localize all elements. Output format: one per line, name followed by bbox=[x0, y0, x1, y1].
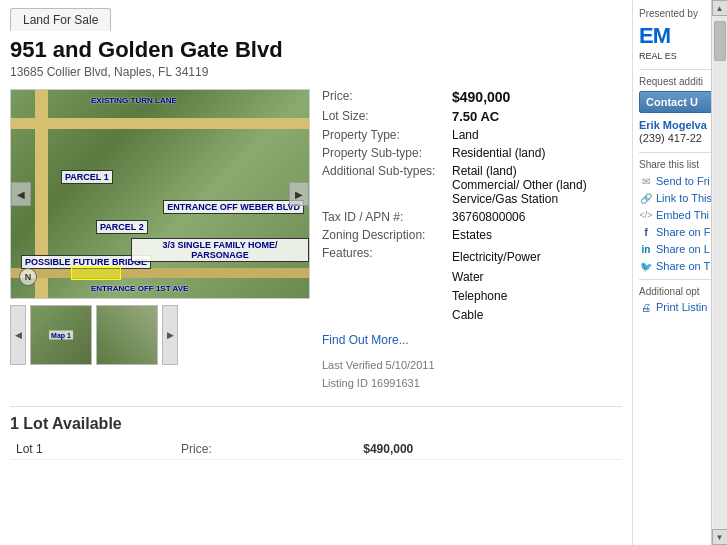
link-icon: 🔗 bbox=[639, 191, 653, 205]
lots-title: 1 Lot Available bbox=[10, 415, 622, 433]
facebook-icon: f bbox=[639, 225, 653, 239]
additional-subtype-row: Additional Sub-types: Retail (land) Comm… bbox=[322, 164, 622, 206]
agent-name: Erik Mogelva bbox=[639, 119, 721, 131]
scrollbar-track bbox=[713, 16, 727, 529]
linkedin-icon: in bbox=[639, 242, 653, 256]
print-label: Print Listin bbox=[656, 301, 707, 313]
share-link-label: Link to This bbox=[656, 192, 712, 204]
lot-size-label: Lot Size: bbox=[322, 109, 452, 123]
lots-table: Lot 1 Price: $490,000 bbox=[10, 439, 622, 460]
tax-id-label: Tax ID / APN #: bbox=[322, 210, 452, 224]
thumbnail-1[interactable]: Map 1 bbox=[30, 305, 92, 365]
features-values: Electricity/Power Water Telephone Cable bbox=[452, 248, 622, 325]
map-label-entrance-weber: ENTRANCE OFF WEBER BLVD bbox=[163, 200, 304, 214]
photo-prev-btn[interactable]: ◀ bbox=[11, 182, 31, 206]
share-twitter[interactable]: 🐦 Share on T bbox=[639, 259, 721, 273]
feature-telephone: Telephone bbox=[452, 287, 622, 306]
features-label: Features: bbox=[322, 246, 452, 260]
scroll-down-btn[interactable]: ▼ bbox=[712, 529, 728, 545]
property-subtype-row: Property Sub-type: Residential (land) bbox=[322, 146, 622, 160]
map-label-parcel2: PARCEL 2 bbox=[96, 220, 148, 234]
share-linkedin-label: Share on L bbox=[656, 243, 710, 255]
listing-id: Listing ID 16991631 bbox=[322, 375, 622, 393]
tab-land-for-sale[interactable]: Land For Sale bbox=[10, 8, 111, 31]
thumbnail-2[interactable] bbox=[96, 305, 158, 365]
tax-id-row: Tax ID / APN #: 36760800006 bbox=[322, 210, 622, 224]
divider-3 bbox=[639, 279, 721, 280]
price-label: Price: bbox=[322, 89, 452, 103]
lot-price-value: $490,000 bbox=[357, 439, 622, 460]
print-listing[interactable]: 🖨 Print Listin bbox=[639, 300, 721, 314]
feature-cable: Cable bbox=[452, 306, 622, 325]
share-facebook-label: Share on F bbox=[656, 226, 710, 238]
lot-name: Lot 1 bbox=[10, 439, 175, 460]
share-embed[interactable]: </> Embed Thi bbox=[639, 208, 721, 222]
property-type-value: Land bbox=[452, 128, 622, 142]
feature-electricity: Electricity/Power bbox=[452, 248, 622, 267]
share-title: Share this list bbox=[639, 159, 721, 170]
zoning-label: Zoning Description: bbox=[322, 228, 452, 242]
tab-bar: Land For Sale bbox=[10, 0, 622, 31]
divider-1 bbox=[639, 69, 721, 70]
contact-button[interactable]: Contact U bbox=[639, 91, 721, 113]
subtype-retail: Retail (land) bbox=[452, 164, 622, 178]
listing-body: EXISTING TURN LANE PARCEL 1 ENTRANCE OFF… bbox=[10, 89, 622, 392]
property-subtype-label: Property Sub-type: bbox=[322, 146, 452, 160]
agent-phone: (239) 417-22 bbox=[639, 132, 721, 144]
bottom-section: 1 Lot Available Lot 1 Price: $490,000 bbox=[10, 406, 622, 460]
photo-next-btn[interactable]: ▶ bbox=[289, 182, 309, 206]
sidebar-request-text: Request additi bbox=[639, 76, 721, 87]
share-embed-label: Embed Thi bbox=[656, 209, 709, 221]
zoning-value: Estates bbox=[452, 228, 622, 242]
email-icon: ✉ bbox=[639, 174, 653, 188]
main-content: Land For Sale 951 and Golden Gate Blvd 1… bbox=[0, 0, 632, 545]
map-label-single-family: 3/3 SINGLE FAMILY HOME/ PARSONAGE bbox=[131, 238, 309, 262]
subtype-commercial: Commercial/ Other (land) bbox=[452, 178, 622, 192]
lot-size-value: 7.50 AC bbox=[452, 109, 622, 124]
property-type-row: Property Type: Land bbox=[322, 128, 622, 142]
thumbnails: ◀ Map 1 ▶ bbox=[10, 305, 310, 365]
details-area: Price: $490,000 Lot Size: 7.50 AC Proper… bbox=[322, 89, 622, 392]
feature-water: Water bbox=[452, 268, 622, 287]
listing-title: 951 and Golden Gate Blvd bbox=[10, 37, 622, 63]
divider-2 bbox=[639, 152, 721, 153]
listing-address: 13685 Collier Blvd, Naples, FL 34119 bbox=[10, 65, 622, 79]
scrollbar: ▲ ▼ bbox=[711, 0, 727, 545]
share-send-to-friend[interactable]: ✉ Send to Fri bbox=[639, 174, 721, 188]
verified-info: Last Verified 5/10/2011 Listing ID 16991… bbox=[322, 357, 622, 392]
share-twitter-label: Share on T bbox=[656, 260, 710, 272]
sidebar-presented-by: Presented by bbox=[639, 8, 721, 19]
lot-size-row: Lot Size: 7.50 AC bbox=[322, 109, 622, 124]
table-row: Lot 1 Price: $490,000 bbox=[10, 439, 622, 460]
share-link[interactable]: 🔗 Link to This bbox=[639, 191, 721, 205]
price-row: Price: $490,000 bbox=[322, 89, 622, 105]
map-label-entrance-1st: ENTRANCE OFF 1ST AVE bbox=[91, 284, 188, 293]
additional-subtype-label: Additional Sub-types: bbox=[322, 164, 452, 178]
thumb-next-btn[interactable]: ▶ bbox=[162, 305, 178, 365]
map-label-turn-lane: EXISTING TURN LANE bbox=[91, 96, 177, 105]
tax-id-value: 36760800006 bbox=[452, 210, 622, 224]
share-send-label: Send to Fri bbox=[656, 175, 710, 187]
property-subtype-value: Residential (land) bbox=[452, 146, 622, 160]
find-out-more-link[interactable]: Find Out More... bbox=[322, 333, 622, 347]
additional-subtype-values: Retail (land) Commercial/ Other (land) S… bbox=[452, 164, 622, 206]
sidebar-logo: EM bbox=[639, 23, 721, 49]
scroll-up-btn[interactable]: ▲ bbox=[712, 0, 728, 16]
map-label-parcel1: PARCEL 1 bbox=[61, 170, 113, 184]
additional-options-label: Additional opt bbox=[639, 286, 721, 297]
photo-area: EXISTING TURN LANE PARCEL 1 ENTRANCE OFF… bbox=[10, 89, 310, 392]
main-photo: EXISTING TURN LANE PARCEL 1 ENTRANCE OFF… bbox=[10, 89, 310, 299]
lot-price-label: Price: bbox=[175, 439, 357, 460]
price-value: $490,000 bbox=[452, 89, 622, 105]
zoning-row: Zoning Description: Estates bbox=[322, 228, 622, 242]
property-type-label: Property Type: bbox=[322, 128, 452, 142]
share-linkedin[interactable]: in Share on L bbox=[639, 242, 721, 256]
features-row: Features: Electricity/Power Water Teleph… bbox=[322, 246, 622, 325]
twitter-icon: 🐦 bbox=[639, 259, 653, 273]
last-verified: Last Verified 5/10/2011 bbox=[322, 357, 622, 375]
share-facebook[interactable]: f Share on F bbox=[639, 225, 721, 239]
print-icon: 🖨 bbox=[639, 300, 653, 314]
thumb-prev-btn[interactable]: ◀ bbox=[10, 305, 26, 365]
scrollbar-thumb[interactable] bbox=[714, 21, 726, 61]
embed-icon: </> bbox=[639, 208, 653, 222]
